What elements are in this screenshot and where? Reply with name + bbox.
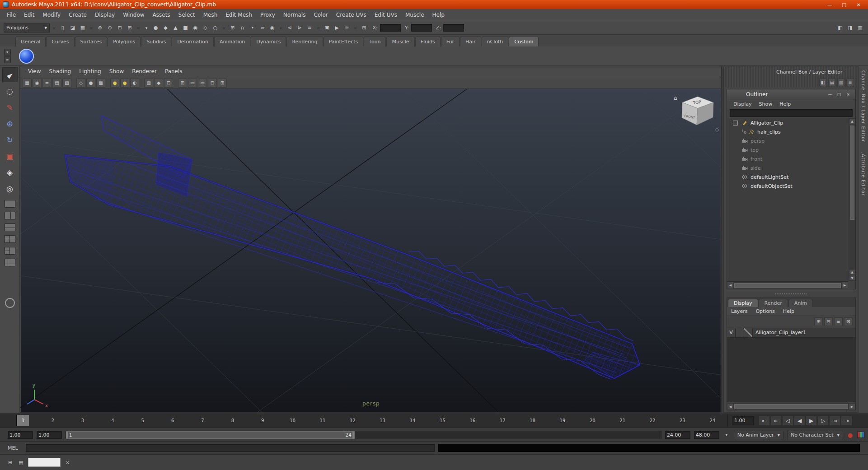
scroll-right-icon[interactable]: ▶: [849, 403, 855, 410]
shelf-tab-deformation[interactable]: Deformation: [172, 36, 214, 47]
menu-set-dropdown[interactable]: Polygons ▾: [4, 23, 50, 33]
snap-to-plane-icon[interactable]: ▱: [258, 23, 267, 32]
character-set-dropdown[interactable]: No Character Set ▾: [787, 431, 843, 439]
select-object-icon[interactable]: ⊙: [106, 23, 114, 32]
scroll-left-icon[interactable]: ◀: [727, 282, 734, 289]
outliner-menu-show[interactable]: Show: [755, 100, 776, 108]
playback-end-field[interactable]: 24.00: [665, 431, 690, 439]
output-connections-icon[interactable]: ⊳: [296, 23, 304, 32]
menu-normals[interactable]: Normals: [279, 9, 310, 21]
shelf-tab-fluids[interactable]: Fluids: [415, 36, 441, 47]
animation-preferences-icon[interactable]: [857, 432, 864, 438]
menu-modify[interactable]: Modify: [38, 9, 65, 21]
menu-file[interactable]: File: [3, 9, 20, 21]
camera-attributes-icon[interactable]: ≡: [42, 79, 52, 88]
safe-display-icon[interactable]: ⊟: [208, 79, 217, 88]
layer-playback-toggle[interactable]: [736, 328, 744, 337]
scroll-up-icon[interactable]: ▲: [849, 118, 855, 124]
layout-four-panes-button[interactable]: [5, 235, 15, 243]
shelf-tab-animation[interactable]: Animation: [214, 36, 250, 47]
timeline-current-frame[interactable]: 1: [8, 414, 38, 427]
step-back-key-button[interactable]: ◁: [782, 416, 793, 426]
viewport-canvas[interactable]: ⌂ TOP FRONT y x persp: [20, 89, 721, 412]
timeline-frame[interactable]: 11: [308, 414, 338, 427]
timeline-frame[interactable]: 17: [488, 414, 517, 427]
paint-select-button[interactable]: ✎: [2, 100, 18, 115]
channel-box-mode-icon[interactable]: ◧: [819, 79, 827, 86]
range-end-handle[interactable]: [352, 432, 354, 438]
timeline-frame[interactable]: 2: [38, 414, 67, 427]
input-connections-icon[interactable]: ⊲: [286, 23, 294, 32]
maximize-button[interactable]: ▢: [837, 1, 851, 8]
menu-color[interactable]: Color: [310, 9, 332, 21]
mask-curves-icon[interactable]: ▲: [171, 23, 180, 32]
outliner-search-input[interactable]: [730, 109, 853, 117]
outliner-titlebar[interactable]: Outliner — ▢ ×: [727, 89, 855, 99]
render-settings-icon[interactable]: ☼: [343, 23, 351, 32]
collapse-handle[interactable]: «: [88, 25, 94, 31]
go-to-start-button[interactable]: ⇤: [759, 416, 770, 426]
select-camera-icon[interactable]: ▦: [23, 79, 32, 88]
shelf-tab-rendering[interactable]: Rendering: [286, 36, 323, 47]
layout-three-panes-button[interactable]: [5, 247, 15, 255]
menu-assets[interactable]: Assets: [149, 9, 174, 21]
backface-culling-icon[interactable]: ◆: [154, 79, 163, 88]
scrollbar-thumb[interactable]: [850, 126, 854, 220]
rotate-tool-button[interactable]: ↻: [2, 132, 18, 147]
use-all-lights-icon[interactable]: ●: [120, 79, 129, 88]
scroll-down-icon[interactable]: ▼: [849, 275, 855, 281]
shelf-tab-surfaces[interactable]: Surfaces: [75, 36, 108, 47]
outliner-menu-display[interactable]: Display: [730, 100, 755, 108]
smooth-shade-icon[interactable]: ●: [86, 79, 95, 88]
show-tool-settings-icon[interactable]: ◨: [846, 23, 854, 32]
new-scene-icon[interactable]: ▯: [58, 23, 67, 32]
grid-toggle-icon[interactable]: ⊞: [218, 79, 227, 88]
outliner-item-hair-clips[interactable]: └o hair_clips: [727, 127, 848, 136]
layer-display-type-toggle[interactable]: [744, 328, 753, 337]
toolbox-bottom-icon[interactable]: [5, 298, 15, 308]
shelf-options-menu-icon[interactable]: ≡: [4, 56, 11, 63]
timeline-frame[interactable]: 24: [698, 414, 727, 427]
shelf-tab-custom[interactable]: Custom: [509, 36, 539, 47]
mask-dynamics-icon[interactable]: ◉: [191, 23, 200, 32]
sort-layers-icon[interactable]: ≡: [834, 317, 843, 326]
play-forwards-button[interactable]: ▶: [806, 416, 817, 426]
shelf-tab-toon[interactable]: Toon: [364, 36, 386, 47]
menu-display[interactable]: Display: [91, 9, 119, 21]
construction-history-icon[interactable]: ≡: [305, 23, 314, 32]
shelf-tab-general[interactable]: General: [15, 36, 46, 47]
shelf-tab-ncloth[interactable]: nCloth: [482, 36, 509, 47]
scroll-left-icon[interactable]: ◀: [727, 403, 734, 410]
tab-attribute-editor[interactable]: Attribute Editor: [861, 154, 866, 196]
timeline-frame[interactable]: 15: [427, 414, 457, 427]
soft-mod-button[interactable]: ◎: [2, 181, 18, 196]
timeline-frame[interactable]: 18: [517, 414, 547, 427]
make-live-icon[interactable]: ◉: [268, 23, 277, 32]
outliner-item-alligator-clip[interactable]: − Alligator_Clip: [727, 118, 848, 127]
command-language-toggle[interactable]: MEL: [8, 445, 22, 451]
timeline-frame[interactable]: 9: [248, 414, 277, 427]
outliner-horizontal-scrollbar[interactable]: ◀ ▶: [727, 281, 848, 289]
timeline-frame[interactable]: 6: [158, 414, 188, 427]
select-hierarchy-icon[interactable]: ⊚: [96, 23, 104, 32]
isolate-select-icon[interactable]: ⊡: [164, 79, 173, 88]
minimize-button[interactable]: —: [823, 1, 836, 8]
wireframe-icon[interactable]: ◇: [76, 79, 85, 88]
step-back-frame-button[interactable]: ↞: [770, 416, 782, 426]
menu-muscle[interactable]: Muscle: [401, 9, 428, 21]
z-coordinate-field[interactable]: [443, 24, 464, 32]
save-scene-icon[interactable]: ▦: [78, 23, 87, 32]
panel-splitter-handle[interactable]: [727, 292, 855, 296]
collapse-handle[interactable]: «: [136, 25, 141, 31]
select-highlight-icon[interactable]: ⊞: [126, 23, 134, 32]
home-icon[interactable]: ⌂: [674, 95, 677, 101]
shelf-tab-curves[interactable]: Curves: [46, 36, 74, 47]
window-button[interactable]: [28, 458, 61, 467]
timeline-frame[interactable]: 13: [368, 414, 398, 427]
menu-edit[interactable]: Edit: [20, 9, 38, 21]
xyz-entry-mode-icon[interactable]: ⊞: [360, 23, 368, 32]
scale-tool-button[interactable]: ▣: [2, 149, 18, 163]
universal-manipulator-button[interactable]: ◈: [2, 165, 18, 180]
outliner-minimize-button[interactable]: —: [826, 91, 834, 98]
menu-mesh[interactable]: Mesh: [199, 9, 222, 21]
